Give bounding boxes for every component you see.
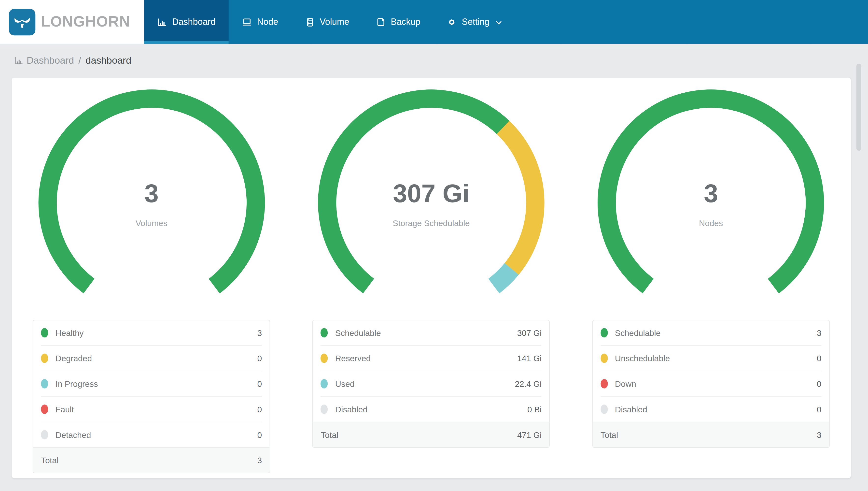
longhorn-bull-icon [9, 9, 35, 35]
legend-row: Used 22.4 Gi [321, 371, 541, 397]
disabled-dot [321, 404, 328, 414]
nav-item-setting[interactable]: Setting [434, 0, 515, 44]
legend-label: Disabled [335, 404, 368, 414]
legend-value: 3 [817, 328, 822, 338]
top-navbar: LONGHORN Dashboard [0, 0, 868, 44]
legend-row: In Progress 0 [41, 371, 262, 397]
bar-chart-icon [14, 56, 24, 65]
nodes-legend: Schedulable 3 Unschedulable 0 Down 0 Dis… [592, 320, 830, 448]
volumes-gauge: 3 Volumes [38, 89, 265, 317]
legend-row: Schedulable 3 [600, 320, 822, 346]
breadcrumb-page: dashboard [86, 55, 131, 66]
legend-row: Detached 0 [41, 422, 262, 447]
nav-item-label: Dashboard [172, 17, 215, 27]
volumes-column: 3 Volumes Healthy 3 Degraded 0 In Progr [11, 78, 291, 478]
legend-row: Fault 0 [41, 397, 262, 423]
schedulable-dot [600, 328, 608, 338]
legend-value: 307 Gi [517, 328, 542, 338]
breadcrumb-separator: / [79, 55, 81, 66]
unschedulable-dot [600, 354, 608, 363]
nodes-gauge-arc [597, 89, 825, 317]
main-nav: Dashboard Node [144, 0, 516, 44]
storage-column: 307 Gi Storage Schedulable Schedulable 3… [291, 78, 571, 478]
nav-item-label: Setting [462, 17, 489, 27]
nav-item-label: Backup [391, 17, 420, 27]
legend-row: Disabled 0 [600, 397, 822, 422]
nav-item-volume[interactable]: Volume [291, 0, 363, 44]
legend-label: Unschedulable [615, 354, 670, 363]
total-value: 3 [817, 430, 822, 439]
detached-dot [41, 430, 48, 439]
nodes-gauge: 3 Nodes [597, 89, 825, 317]
legend-value: 0 [817, 404, 822, 414]
legend-label: Reserved [335, 354, 371, 363]
nav-item-node[interactable]: Node [229, 0, 291, 44]
total-label: Total [600, 430, 618, 439]
total-value: 3 [257, 456, 262, 465]
legend-row: Disabled 0 Bi [321, 397, 541, 422]
legend-row: Reserved 141 Gi [321, 346, 541, 371]
nav-item-backup[interactable]: Backup [363, 0, 434, 44]
reserved-dot [321, 354, 328, 363]
legend-value: 141 Gi [517, 354, 542, 363]
legend-total-row: Total 3 [593, 422, 829, 447]
used-dot [321, 379, 328, 388]
nav-item-dashboard[interactable]: Dashboard [144, 0, 229, 44]
page: LONGHORN Dashboard [0, 0, 868, 491]
legend-value: 0 [817, 354, 822, 363]
legend-value: 0 [257, 430, 262, 439]
chevron-down-icon [495, 20, 502, 26]
legend-value: 0 Bi [527, 404, 541, 414]
in-progress-dot [41, 379, 48, 388]
storage-legend: Schedulable 307 Gi Reserved 141 Gi Used … [312, 320, 550, 448]
legend-value: 3 [257, 328, 262, 338]
dashboard-card: 3 Volumes Healthy 3 Degraded 0 In Progr [11, 78, 851, 478]
legend-row: Schedulable 307 Gi [321, 320, 541, 346]
fault-dot [41, 404, 48, 414]
legend-value: 0 [817, 379, 822, 388]
laptop-icon [242, 17, 252, 27]
logo: LONGHORN [0, 0, 144, 44]
storage-gauge: 307 Gi Storage Schedulable [318, 89, 545, 317]
down-dot [600, 379, 608, 388]
legend-label: Down [615, 379, 636, 388]
legend-total-row: Total 3 [33, 447, 270, 473]
legend-row: Degraded 0 [41, 346, 262, 371]
legend-row: Healthy 3 [41, 320, 262, 346]
legend-value: 22.4 Gi [515, 379, 541, 388]
legend-row: Unschedulable 0 [600, 346, 822, 371]
legend-total-row: Total 471 Gi [313, 422, 550, 447]
healthy-dot [41, 328, 48, 338]
scrollbar-thumb[interactable] [857, 64, 861, 151]
legend-row: Down 0 [600, 371, 822, 397]
legend-value: 0 [257, 354, 262, 363]
nav-item-label: Volume [320, 17, 349, 27]
legend-label: Schedulable [335, 328, 381, 338]
legend-label: Fault [56, 404, 74, 414]
file-icon [376, 17, 386, 27]
brand-name: LONGHORN [41, 13, 130, 30]
breadcrumb-section[interactable]: Dashboard [27, 55, 74, 66]
degraded-dot [41, 354, 48, 363]
nodes-column: 3 Nodes Schedulable 3 Unschedulable 0 D [571, 78, 851, 478]
server-icon [305, 17, 315, 27]
disabled-dot [600, 404, 608, 414]
legend-value: 0 [257, 404, 262, 414]
legend-label: Degraded [56, 354, 92, 363]
legend-label: Schedulable [615, 328, 661, 338]
bar-chart-icon [157, 17, 167, 27]
legend-value: 0 [257, 379, 262, 388]
breadcrumb: Dashboard / dashboard [0, 44, 868, 78]
legend-label: In Progress [56, 379, 98, 388]
volumes-gauge-arc [38, 89, 265, 317]
volumes-legend: Healthy 3 Degraded 0 In Progress 0 Fault… [33, 320, 270, 473]
storage-gauge-arc [318, 89, 545, 317]
legend-label: Detached [56, 430, 91, 439]
schedulable-dot [321, 328, 328, 338]
total-label: Total [321, 430, 338, 439]
gear-icon [447, 17, 457, 27]
legend-label: Disabled [615, 404, 647, 414]
total-value: 471 Gi [517, 430, 542, 439]
legend-label: Used [335, 379, 355, 388]
legend-label: Healthy [56, 328, 84, 338]
